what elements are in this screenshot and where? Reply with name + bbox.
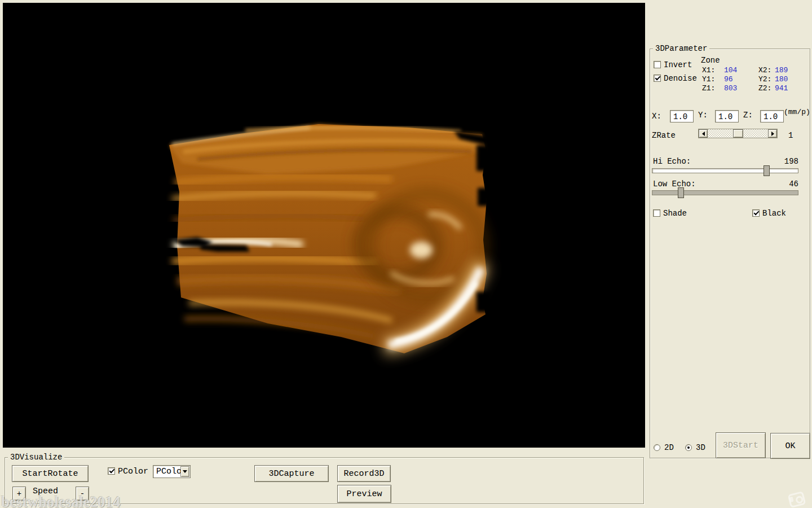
zone-z2-value: 941 [775,84,788,93]
zone-y1-label: Y1: [702,75,715,84]
low-echo-thumb[interactable] [678,187,684,198]
scale-unit-label: (mm/p) [784,108,810,116]
zone-x2-label: X2: [758,66,771,75]
hi-echo-track[interactable] [652,168,798,173]
preview-button[interactable]: Preview [337,485,391,503]
zrate-right-arrow[interactable] [768,129,777,138]
zone-y2-label: Y2: [758,75,771,84]
visualize-groupbox: 3DVisualize StartRotate PColor PColor 3D… [5,457,644,504]
zrate-label: ZRate [652,132,676,140]
scale-x-label: X: [652,112,661,121]
3d-viewport[interactable] [3,3,645,448]
hi-echo-value: 198 [771,157,798,166]
scale-z-label: Z: [743,111,753,120]
mode-2d-radio[interactable] [654,444,660,451]
zone-z1-value: 803 [724,84,737,93]
scale-z-input[interactable] [760,110,784,122]
zone-z1-label: Z1: [702,84,715,93]
visualize-groupbox-title: 3DVisualize [8,453,64,462]
hi-echo-slider[interactable] [652,165,798,177]
denoise-label: Denoise [664,75,697,83]
ok-button[interactable]: OK [770,433,810,459]
zone-y1-value: 96 [724,75,733,84]
black-label: Black [762,209,786,218]
right-arrow-icon [771,132,774,136]
zrate-value: 1 [788,132,793,140]
pcolor-label: PColor [118,467,148,476]
parameter-groupbox-title: 3DParameter [653,44,709,53]
parameter-groupbox: 3DParameter Invert Denoise Zone X1: 104 … [650,49,810,458]
zone-title: Zone [701,56,720,65]
low-echo-slider[interactable] [652,187,798,199]
zone-x2-value: 189 [775,66,788,75]
shade-label: Shade [663,209,687,218]
speed-label: Speed [33,487,58,496]
chevron-down-icon [183,470,187,473]
mode-2d-label: 2D [664,444,674,452]
scale-x-input[interactable] [670,110,694,122]
application-window: 3DParameter Invert Denoise Zone X1: 104 … [0,0,812,508]
zone-z2-label: Z2: [758,84,771,93]
3dstart-button[interactable]: 3DStart [716,432,766,458]
zrate-left-arrow[interactable] [699,129,708,138]
mode-3d-label: 3D [696,444,705,452]
pcolor-checkbox[interactable] [108,467,115,475]
hi-echo-label: Hi Echo: [653,157,691,166]
invert-checkbox[interactable] [654,61,661,68]
pcolor-dropdown[interactable]: PColor [153,465,191,478]
denoise-checkbox[interactable] [654,75,661,82]
record3d-button[interactable]: Record3D [337,465,391,482]
pcolor-dropdown-button[interactable] [180,466,189,477]
zone-y2-value: 180 [775,75,788,84]
speed-plus-button[interactable]: + [12,487,26,501]
speed-minus-button[interactable]: - [76,487,89,501]
scale-y-label: Y: [698,111,708,120]
3dcapture-button[interactable]: 3DCapture [254,465,329,482]
scale-y-input[interactable] [715,110,739,122]
left-arrow-icon [702,132,705,136]
low-echo-track[interactable] [652,190,798,195]
black-checkbox[interactable] [752,209,760,217]
invert-label: Invert [664,61,692,69]
shade-checkbox[interactable] [653,209,660,217]
zone-x1-value: 104 [724,66,737,75]
zrate-thumb[interactable] [733,129,743,138]
watermark-camera-icon [788,491,806,508]
hi-echo-thumb[interactable] [764,165,770,176]
start-rotate-button[interactable]: StartRotate [12,465,89,482]
mode-3d-radio[interactable] [685,444,692,451]
volume-render [3,3,645,448]
zrate-scrollbar[interactable] [698,129,778,138]
zone-x1-label: X1: [702,66,715,75]
